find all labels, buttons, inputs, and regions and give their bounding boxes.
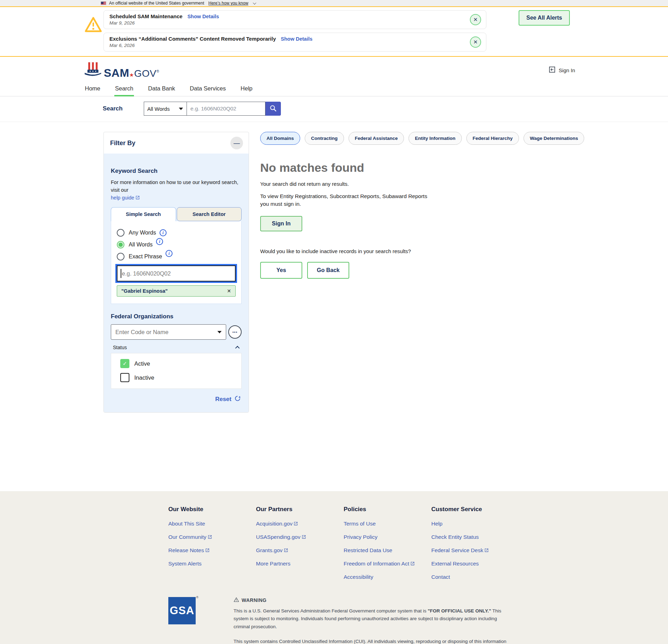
footer-link-more-partners[interactable]: More Partners xyxy=(256,561,344,567)
checkbox-unchecked-icon[interactable] xyxy=(120,373,129,382)
nav-item-home[interactable]: Home xyxy=(84,82,101,96)
alert-date: Mar 6, 2026 xyxy=(109,43,465,48)
footer-link-external-resources[interactable]: External Resources xyxy=(431,561,519,567)
info-icon[interactable]: i xyxy=(156,238,163,245)
us-flag-icon xyxy=(101,1,106,5)
radio-any-words[interactable]: Any Words i xyxy=(117,229,236,237)
footer-link-check-entity-status[interactable]: Check Entity Status xyxy=(431,534,519,540)
sign-in-button[interactable]: Sign In xyxy=(260,216,302,231)
tab-search-editor[interactable]: Search Editor xyxy=(177,207,242,221)
radio-icon xyxy=(117,229,124,237)
nav-item-search[interactable]: Search xyxy=(114,82,134,96)
pill-contracting[interactable]: Contracting xyxy=(305,132,344,145)
warning-title: WARNING xyxy=(242,597,266,603)
radio-exact-phrase[interactable]: Exact Phrase i xyxy=(117,253,236,260)
warning-title-row: WARNING xyxy=(234,597,514,603)
status-accordion-toggle[interactable]: Status xyxy=(113,345,239,350)
search-submit-button[interactable] xyxy=(265,102,281,116)
text-cursor xyxy=(121,269,121,278)
close-alert-button[interactable]: ✕ xyxy=(470,14,481,25)
external-link-icon xyxy=(292,521,298,527)
pill-entity-information[interactable]: Entity Information xyxy=(409,132,462,145)
reset-icon[interactable] xyxy=(234,395,241,403)
footer-col-customer-service: Customer Service Help Check Entity Statu… xyxy=(431,506,519,587)
remove-chip-icon[interactable]: ✕ xyxy=(227,288,231,294)
alert-date: Mar 9, 2026 xyxy=(109,20,465,26)
uncle-sam-hat-icon xyxy=(84,62,102,79)
search-input[interactable]: e.g. 1606N020Q02 xyxy=(187,102,265,116)
how-you-know-link[interactable]: Here’s how you know xyxy=(208,1,248,6)
question-buttons: Yes Go Back xyxy=(260,262,551,279)
pill-federal-hierarchy[interactable]: Federal Hierarchy xyxy=(466,132,519,145)
federal-orgs-placeholder: Enter Code or Name xyxy=(115,329,168,335)
status-active-option[interactable]: ✓ Active xyxy=(116,359,236,368)
footer-link-contact[interactable]: Contact xyxy=(431,574,519,580)
tab-simple-search[interactable]: Simple Search xyxy=(111,207,176,221)
no-results-text: Your search did not return any results. xyxy=(260,181,551,187)
collapse-filter-button[interactable]: — xyxy=(230,137,243,149)
footer-columns: Our Website About This Site Our Communit… xyxy=(168,506,668,587)
footer-link-federal-service-desk[interactable]: Federal Service Desk xyxy=(431,547,519,554)
site-header: SAM★GOV® Sign In xyxy=(0,57,668,82)
more-options-button[interactable]: ••• xyxy=(228,325,242,339)
footer-link-foia[interactable]: Freedom of Information Act xyxy=(344,561,431,567)
reset-row: Reset xyxy=(111,395,242,403)
status-inactive-option[interactable]: Inactive xyxy=(116,373,236,382)
warning-paragraph-2: This system contains Controlled Unclassi… xyxy=(234,638,514,644)
search-mode-select[interactable]: All Words xyxy=(144,102,187,116)
footer-link-usaspending-gov[interactable]: USASpending.gov xyxy=(256,534,344,540)
radio-all-words[interactable]: All Words i xyxy=(117,241,236,249)
chip-label: "Gabriel Espinosa" xyxy=(121,288,168,294)
search-label: Search xyxy=(103,105,144,112)
footer-link-restricted-data-use[interactable]: Restricted Data Use xyxy=(344,547,431,554)
info-icon[interactable]: i xyxy=(160,229,167,236)
filter-title: Filter By xyxy=(110,140,135,147)
footer-link-acquisition-gov[interactable]: Acquisition.gov xyxy=(256,521,344,527)
footer-link-privacy-policy[interactable]: Privacy Policy xyxy=(344,534,431,540)
footer-heading: Our Partners xyxy=(256,506,344,513)
footer-link-terms-of-use[interactable]: Terms of Use xyxy=(344,521,431,527)
help-guide-link[interactable]: help guide xyxy=(111,195,134,201)
keyword-tabs: Simple Search Search Editor xyxy=(111,207,242,221)
sam-gov-logo[interactable]: SAM★GOV® xyxy=(84,62,159,79)
federal-orgs-row: Enter Code or Name ••• xyxy=(111,324,242,340)
nav-item-data-services[interactable]: Data Services xyxy=(189,82,227,96)
sign-in-link[interactable]: Sign In xyxy=(548,66,575,74)
footer-link-help[interactable]: Help xyxy=(431,521,519,527)
show-details-link[interactable]: Show Details xyxy=(187,14,219,19)
show-details-link[interactable]: Show Details xyxy=(281,36,312,42)
footer-link-system-alerts[interactable]: System Alerts xyxy=(168,561,256,567)
ellipsis-icon: ••• xyxy=(232,330,238,334)
external-link-icon xyxy=(207,534,212,540)
nav-item-data-bank[interactable]: Data Bank xyxy=(147,82,176,96)
close-alert-button[interactable]: ✕ xyxy=(470,36,481,48)
reset-link[interactable]: Reset xyxy=(215,396,231,403)
footer-link-about-this-site[interactable]: About This Site xyxy=(168,521,256,527)
footer-link-release-notes[interactable]: Release Notes xyxy=(168,547,256,554)
see-all-alerts-button[interactable]: See All Alerts xyxy=(519,10,570,26)
keyword-placeholder: e.g. 1606N020Q02 xyxy=(122,270,171,277)
pill-wage-determinations[interactable]: Wage Determinations xyxy=(524,132,585,145)
pill-all-domains[interactable]: All Domains xyxy=(260,132,300,145)
close-icon: ✕ xyxy=(473,16,478,22)
warning-paragraph-1: This is a U.S. General Services Administ… xyxy=(234,607,514,631)
status-inactive-label: Inactive xyxy=(134,374,154,381)
checkbox-checked-icon[interactable]: ✓ xyxy=(120,359,129,368)
status-active-label: Active xyxy=(134,360,150,367)
warning-block: WARNING This is a U.S. General Services … xyxy=(234,597,514,644)
pill-federal-assistance[interactable]: Federal Assistance xyxy=(349,132,404,145)
external-link-icon xyxy=(409,561,415,567)
nav-item-help[interactable]: Help xyxy=(240,82,253,96)
federal-orgs-select[interactable]: Enter Code or Name xyxy=(111,324,226,340)
alert-item: Exclusions “Additional Comments” Content… xyxy=(103,33,486,52)
yes-button[interactable]: Yes xyxy=(260,262,302,279)
gsa-warning-row: GSA ® WARNING This is a U.S. General Ser… xyxy=(168,597,668,644)
keyword-input[interactable]: e.g. 1606N020Q02 xyxy=(117,265,236,282)
footer-link-grants-gov[interactable]: Grants.gov xyxy=(256,547,344,554)
go-back-button[interactable]: Go Back xyxy=(307,262,349,279)
gsa-logo: GSA ® xyxy=(168,597,196,644)
status-options: ✓ Active Inactive xyxy=(111,353,242,389)
footer-link-accessibility[interactable]: Accessibility xyxy=(344,574,431,580)
info-icon[interactable]: i xyxy=(166,250,173,257)
footer-link-our-community[interactable]: Our Community xyxy=(168,534,256,540)
